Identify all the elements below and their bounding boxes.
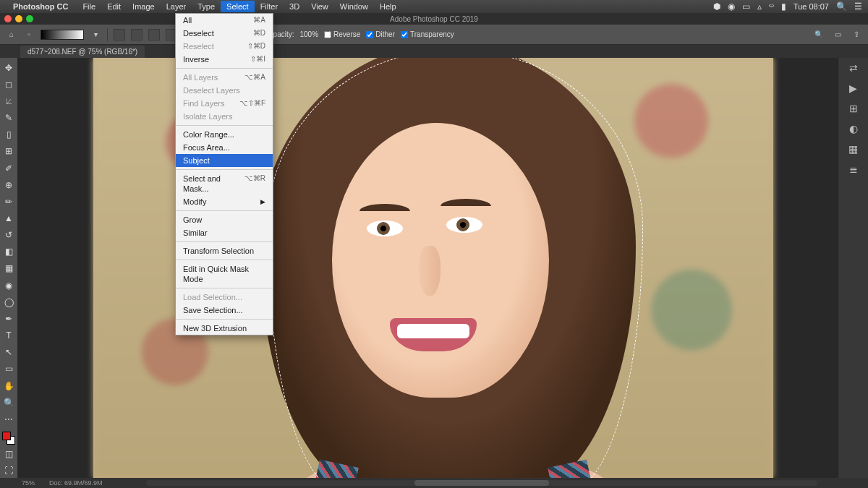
lasso-tool[interactable]: ⟀ <box>1 94 16 108</box>
transparency-check[interactable]: Transparency <box>401 30 454 38</box>
gradient-tool[interactable]: ▦ <box>1 262 16 275</box>
opacity-value[interactable]: 100% <box>300 30 319 38</box>
menu-item-modify[interactable]: Modify▶ <box>176 195 273 208</box>
stamp-tool[interactable]: ▲ <box>1 211 16 225</box>
menu-item-color-range[interactable]: Color Range... <box>176 128 273 141</box>
clock[interactable]: Tue 08:07 <box>793 2 829 11</box>
path-tool[interactable]: ↖ <box>1 346 16 359</box>
status-bar: 75% Doc: 69.9M/69.9M <box>0 478 868 488</box>
app-name: Photoshop CC <box>13 2 68 11</box>
actions-panel-icon[interactable]: ▶ <box>847 82 860 95</box>
move-tool[interactable]: ✥ <box>1 61 16 74</box>
airplay-icon[interactable]: ▵ <box>757 1 762 12</box>
shape-tool[interactable]: ▭ <box>1 362 16 376</box>
gradient-radial-button[interactable] <box>131 29 142 40</box>
menu-edit[interactable]: Edit <box>101 1 127 12</box>
options-bar: ⌂ ▫ ▾ Mode: Normal ▾ Opacity: 100% Rever… <box>0 25 868 45</box>
reverse-check[interactable]: Reverse <box>324 30 360 38</box>
close-button[interactable] <box>4 15 12 22</box>
traffic-lights <box>4 15 33 22</box>
gradient-angle-button[interactable] <box>148 29 160 40</box>
eyedropper-tool[interactable]: ✐ <box>1 161 16 175</box>
menu-3d[interactable]: 3D <box>284 1 305 12</box>
menu-item-similar[interactable]: Similar <box>176 226 273 239</box>
quickmask-toggle[interactable]: ◫ <box>1 448 16 461</box>
menu-item-save-selection[interactable]: Save Selection... <box>176 304 273 317</box>
edit-toolbar[interactable]: ⋯ <box>1 412 16 426</box>
menu-type[interactable]: Type <box>192 1 221 12</box>
doc-info[interactable]: Doc: 69.9M/69.9M <box>49 479 103 487</box>
menu-item-reselect: Reselect⇧⌘D <box>176 40 273 53</box>
share-icon[interactable]: ⇪ <box>851 30 862 38</box>
screenmode-toggle[interactable]: ⛶ <box>1 464 16 478</box>
doc-icon[interactable]: ▫ <box>23 30 35 38</box>
menu-item-deselect[interactable]: Deselect⌘D <box>176 27 273 40</box>
menu-file[interactable]: File <box>77 1 101 12</box>
zoom-button[interactable] <box>26 15 33 22</box>
menu-image[interactable]: Image <box>127 1 161 12</box>
menu-item-isolate-layers: Isolate Layers <box>176 110 273 123</box>
wifi-icon[interactable]: ⌔ <box>769 1 774 12</box>
battery-icon[interactable]: ▮ <box>781 1 786 12</box>
menu-item-select-and-mask[interactable]: Select and Mask...⌥⌘R <box>176 172 273 195</box>
home-icon[interactable]: ⌂ <box>6 30 17 38</box>
menu-item-inverse[interactable]: Inverse⇧⌘I <box>176 53 273 66</box>
menu-item-all-layers: All Layers⌥⌘A <box>176 71 273 84</box>
color-panel-icon[interactable]: ◐ <box>847 123 860 136</box>
workspace-icon[interactable]: ▭ <box>832 30 843 38</box>
cc-icon[interactable]: ◉ <box>728 1 735 12</box>
menu-item-edit-in-quick-mask-mode[interactable]: Edit in Quick Mask Mode <box>176 262 273 286</box>
select-menu-dropdown: All⌘ADeselect⌘DReselect⇧⌘DInverse⇧⌘IAll … <box>175 13 273 335</box>
menu-item-subject[interactable]: Subject <box>176 154 273 167</box>
menu-item-transform-selection[interactable]: Transform Selection <box>176 244 273 257</box>
history-brush-tool[interactable]: ↺ <box>1 228 16 242</box>
minimize-button[interactable] <box>15 15 22 22</box>
menu-window[interactable]: Window <box>334 1 374 12</box>
properties-panel-icon[interactable]: ⊞ <box>847 103 860 116</box>
menu-filter[interactable]: Filter <box>255 1 284 12</box>
menu-item-new-3d-extrusion[interactable]: New 3D Extrusion <box>176 322 273 335</box>
mac-menubar: Photoshop CC FileEditImageLayerTypeSelec… <box>0 0 868 13</box>
tools-panel: ✥ ◻ ⟀ ✎ ▯ ⊞ ✐ ⊕ ✏ ▲ ↺ ◧ ▦ ◉ ◯ ✒ T ↖ ▭ ✋ … <box>0 58 17 478</box>
spotlight-icon[interactable]: 🔍 <box>836 1 847 12</box>
history-panel-icon[interactable]: ⇄ <box>847 62 860 75</box>
horizontal-scrollbar[interactable] <box>146 480 817 486</box>
layers-panel-icon[interactable]: ≣ <box>847 163 860 176</box>
pen-tool[interactable]: ✒ <box>1 312 16 325</box>
healing-tool[interactable]: ⊕ <box>1 178 16 192</box>
blur-tool[interactable]: ◉ <box>1 278 16 292</box>
gradient-preview[interactable] <box>41 30 84 40</box>
menu-item-find-layers: Find Layers⌥⇧⌘F <box>176 97 273 110</box>
gradient-linear-button[interactable] <box>114 29 125 40</box>
menu-item-grow[interactable]: Grow <box>176 213 273 226</box>
dropbox-icon[interactable]: ⬢ <box>713 1 720 12</box>
menu-view[interactable]: View <box>305 1 334 12</box>
hand-tool[interactable]: ✋ <box>1 379 16 393</box>
canvas-area[interactable] <box>17 58 838 478</box>
eraser-tool[interactable]: ◧ <box>1 245 16 259</box>
crop-tool[interactable]: ▯ <box>1 128 16 142</box>
dither-check[interactable]: Dither <box>366 30 395 38</box>
brush-tool[interactable]: ✏ <box>1 194 16 208</box>
menu-select[interactable]: Select <box>221 1 255 12</box>
document-tab[interactable]: d577~208.NEF @ 75% (RGB/16*) <box>20 46 145 58</box>
notifications-icon[interactable]: ☰ <box>854 1 862 12</box>
dropdown-icon[interactable]: ▾ <box>90 30 101 38</box>
marquee-tool[interactable]: ◻ <box>1 77 16 91</box>
menu-item-all[interactable]: All⌘A <box>176 14 273 27</box>
zoom-tool[interactable]: 🔍 <box>1 395 16 409</box>
color-swatches[interactable] <box>2 432 15 444</box>
window-title: Adobe Photoshop CC 2019 <box>390 15 478 23</box>
menu-layer[interactable]: Layer <box>161 1 192 12</box>
quick-select-tool[interactable]: ✎ <box>1 111 16 124</box>
swatches-panel-icon[interactable]: ▦ <box>847 143 860 156</box>
display-icon[interactable]: ▭ <box>742 1 750 12</box>
frame-tool[interactable]: ⊞ <box>1 145 16 158</box>
menu-item-focus-area[interactable]: Focus Area... <box>176 141 273 154</box>
dodge-tool[interactable]: ◯ <box>1 295 16 309</box>
zoom-level[interactable]: 75% <box>22 479 35 487</box>
menu-help[interactable]: Help <box>374 1 402 12</box>
menu-item-deselect-layers: Deselect Layers <box>176 84 273 97</box>
search-icon[interactable]: 🔍 <box>813 30 825 38</box>
type-tool[interactable]: T <box>1 329 16 343</box>
